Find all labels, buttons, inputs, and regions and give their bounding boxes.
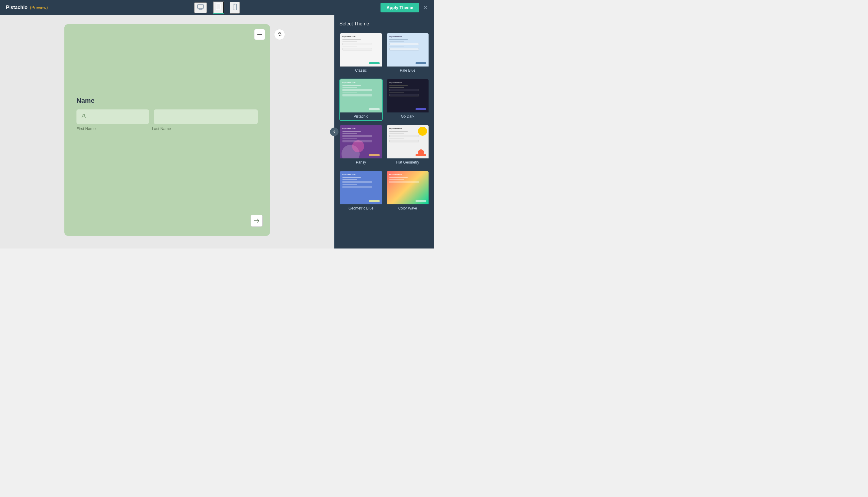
theme-thumbnail-go-dark: Registration Form [387, 79, 429, 112]
header-left: Pistachio (Preview) [6, 5, 48, 10]
theme-thumbnail-classic: Registration Form [340, 33, 382, 67]
svg-rect-13 [279, 35, 280, 36]
svg-rect-0 [198, 4, 204, 9]
svg-point-5 [218, 9, 219, 9]
theme-name-geometric-blue: Geometric Blue [340, 204, 382, 212]
theme-panel: Select Theme: Registration Form [334, 15, 434, 248]
main-layout: Name First Name Last Name [0, 15, 434, 248]
theme-name-pistachio: Pistachio [340, 112, 382, 120]
preview-label: (Preview) [30, 5, 48, 10]
theme-thumbnail-pansy: Registration Form [340, 125, 382, 158]
theme-item-classic[interactable]: Registration Form Classic [339, 33, 382, 75]
user-icon [81, 114, 86, 120]
device-switcher [194, 1, 240, 14]
svg-point-14 [83, 114, 85, 116]
theme-thumbnail-pale-blue: Registration Form [387, 33, 429, 67]
app-title: Pistachio [6, 5, 28, 10]
theme-thumbnail-geometric-blue: Registration Form [340, 171, 382, 204]
preview-area: Name First Name Last Name [0, 15, 334, 248]
svg-rect-10 [257, 34, 262, 35]
theme-item-pansy[interactable]: Registration Form Pansy [339, 125, 382, 167]
field-labels: First Name Last Name [76, 126, 258, 131]
mobile-device-btn[interactable] [230, 2, 240, 14]
first-name-field[interactable] [76, 110, 149, 124]
panel-wrapper: Select Theme: Registration Form [334, 15, 434, 248]
tablet-device-btn[interactable] [213, 1, 224, 14]
print-button[interactable] [274, 29, 285, 40]
theme-item-go-dark[interactable]: Registration Form Go Dark [386, 79, 430, 121]
header: Pistachio (Preview) Apply T [0, 0, 434, 15]
theme-name-flat-geometry: Flat Geometry [387, 158, 429, 166]
theme-item-color-wave[interactable]: Registration Form Color Wave [386, 171, 430, 213]
theme-thumbnail-pistachio: Registration Form [340, 79, 382, 112]
last-name-field[interactable] [154, 110, 258, 124]
theme-name-go-dark: Go Dark [387, 112, 429, 120]
theme-name-pansy: Pansy [340, 158, 382, 166]
form-fields [76, 110, 258, 124]
theme-item-geometric-blue[interactable]: Registration Form Geometric Blue [339, 171, 382, 213]
desktop-device-btn[interactable] [194, 2, 207, 13]
apply-theme-button[interactable]: Apply Theme [380, 3, 419, 12]
form-content: Name First Name Last Name [76, 97, 258, 131]
theme-name-classic: Classic [340, 67, 382, 74]
form-card-header [254, 29, 265, 40]
first-name-label: First Name [76, 126, 147, 131]
form-menu-button[interactable] [254, 29, 265, 40]
form-card: Name First Name Last Name [64, 24, 270, 236]
last-name-label: Last Name [152, 126, 258, 131]
form-field-label: Name [76, 97, 258, 104]
svg-point-7 [234, 9, 235, 9]
close-button[interactable]: ✕ [423, 4, 428, 11]
theme-thumbnail-color-wave: Registration Form [387, 171, 429, 204]
theme-grid: Registration Form Classic [339, 33, 429, 213]
theme-item-flat-geometry[interactable]: Registration Form Flat Geometry [386, 125, 430, 167]
theme-name-pale-blue: Pale Blue [387, 67, 429, 74]
form-next-button[interactable] [250, 215, 263, 227]
panel-toggle-button[interactable] [330, 128, 338, 136]
theme-item-pistachio[interactable]: Registration Form Pistachio [339, 79, 382, 121]
theme-thumbnail-flat-geometry: Registration Form [387, 125, 429, 158]
svg-rect-11 [257, 36, 262, 36]
svg-rect-9 [257, 33, 262, 33]
header-right: Apply Theme ✕ [380, 3, 428, 12]
theme-panel-title: Select Theme: [339, 21, 429, 27]
theme-name-color-wave: Color Wave [387, 204, 429, 212]
theme-item-pale-blue[interactable]: Registration Form Pale Blue [386, 33, 430, 75]
